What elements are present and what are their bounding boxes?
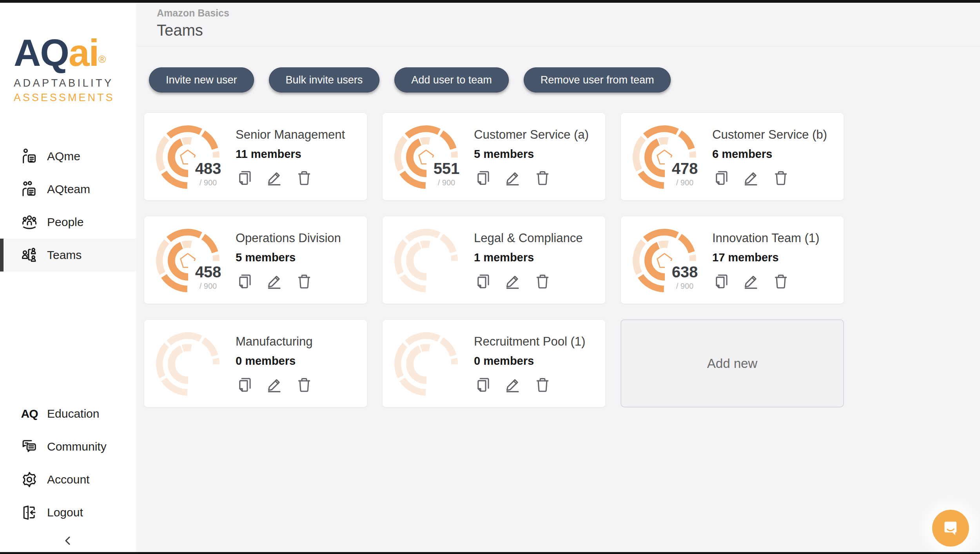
team-name: Customer Service (a): [474, 128, 599, 142]
page-title: Teams: [157, 22, 203, 39]
team-score-gauge: 638 / 900: [633, 229, 696, 292]
duplicate-team-button[interactable]: [236, 169, 254, 187]
team-card-actions: [474, 272, 599, 290]
people-group-icon: [20, 213, 38, 231]
team-name: Senior Management: [236, 128, 361, 142]
team-member-count: 0 members: [236, 355, 361, 368]
team-member-count: 1 members: [474, 251, 599, 264]
team-card[interactable]: 551 / 900 Customer Service (a) 5 members: [382, 112, 606, 201]
delete-team-button[interactable]: [772, 272, 790, 290]
delete-team-button[interactable]: [534, 169, 552, 187]
bulk-invite-users-button[interactable]: Bulk invite users: [269, 67, 380, 92]
add-new-card[interactable]: Add new: [621, 319, 844, 407]
edit-team-button[interactable]: [504, 169, 522, 187]
team-score-max: / 900: [200, 178, 217, 187]
team-card-actions: [236, 169, 361, 187]
team-card[interactable]: 483 / 900 Senior Management 11 members: [144, 112, 367, 201]
duplicate-team-button[interactable]: [474, 169, 492, 187]
duplicate-team-button[interactable]: [236, 272, 254, 290]
team-member-count: 6 members: [712, 148, 838, 161]
team-score-box: [426, 261, 466, 294]
team-score-max: / 900: [200, 282, 217, 291]
trash-icon: [295, 169, 313, 187]
team-score-gauge: 551 / 900: [394, 125, 458, 189]
teams-grid: 483 / 900 Senior Management 11 members: [144, 112, 844, 407]
chat-launcher-button[interactable]: [932, 510, 969, 547]
team-card[interactable]: Legal & Compliance 1 members: [382, 216, 606, 304]
team-member-count: 5 members: [474, 148, 599, 161]
bottom-black-bar: [0, 552, 980, 554]
sidebar-item-logout[interactable]: Logout: [0, 496, 136, 529]
sidebar-item-aqme[interactable]: AQme: [0, 140, 136, 173]
team-score-box: 483 / 900: [188, 158, 228, 190]
sidebar-item-label: People: [47, 215, 83, 229]
delete-team-button[interactable]: [295, 272, 313, 290]
sidebar-item-community[interactable]: Community: [0, 430, 136, 463]
team-score-box: 638 / 900: [665, 261, 705, 294]
edit-team-button[interactable]: [265, 272, 283, 290]
edit-team-button[interactable]: [265, 169, 283, 187]
duplicate-team-button[interactable]: [712, 272, 730, 290]
edit-icon: [742, 272, 760, 290]
delete-team-button[interactable]: [295, 169, 313, 187]
copy-icon: [236, 272, 254, 290]
remove-user-from-team-button[interactable]: Remove user from team: [524, 67, 671, 92]
people-report-icon: [20, 180, 38, 198]
team-score-box: [188, 364, 228, 397]
toolbar: Invite new user Bulk invite users Add us…: [149, 67, 671, 92]
sidebar-item-people[interactable]: People: [0, 206, 136, 239]
duplicate-team-button[interactable]: [474, 376, 492, 394]
duplicate-team-button[interactable]: [712, 169, 730, 187]
add-user-to-team-button[interactable]: Add user to team: [394, 67, 509, 92]
team-card-actions: [474, 169, 599, 187]
trash-icon: [772, 272, 790, 290]
sidebar-item-aqteam[interactable]: AQteam: [0, 173, 136, 206]
edit-team-button[interactable]: [265, 376, 283, 394]
collapse-sidebar-button[interactable]: [0, 534, 136, 549]
sidebar-item-account[interactable]: Account: [0, 463, 136, 496]
logo-ai-text: ai: [69, 32, 98, 74]
aq-logo-icon: AQ: [20, 405, 38, 423]
sidebar-item-label: AQme: [47, 150, 80, 163]
copy-icon: [474, 272, 492, 290]
team-score-max: / 900: [676, 178, 693, 187]
team-score-gauge: 478 / 900: [633, 125, 696, 189]
team-card-actions: [236, 376, 361, 394]
invite-new-user-button[interactable]: Invite new user: [149, 67, 254, 92]
team-card[interactable]: Manufacturing 0 members: [144, 319, 367, 407]
chat-bubbles-icon: [20, 438, 38, 456]
team-card[interactable]: Recruitment Pool (1) 0 members: [382, 319, 606, 407]
team-score-gauge: [156, 332, 220, 396]
sidebar: AQai® ADAPTABILITY ASSESSMENTS AQme AQte…: [0, 3, 136, 552]
edit-team-button[interactable]: [742, 169, 760, 187]
team-score-max: / 900: [676, 282, 693, 291]
team-card[interactable]: 478 / 900 Customer Service (b) 6 members: [621, 112, 844, 201]
team-card[interactable]: 638 / 900 Innovation Team (1) 17 members: [621, 216, 844, 304]
team-name: Innovation Team (1): [712, 231, 838, 245]
edit-icon: [742, 169, 760, 187]
sidebar-item-label: Logout: [47, 506, 83, 519]
duplicate-team-button[interactable]: [474, 272, 492, 290]
team-card[interactable]: 458 / 900 Operations Division 5 members: [144, 216, 367, 304]
sidebar-item-education[interactable]: AQ Education: [0, 397, 136, 430]
team-member-count: 11 members: [236, 148, 361, 161]
delete-team-button[interactable]: [534, 376, 552, 394]
edit-team-button[interactable]: [742, 272, 760, 290]
delete-team-button[interactable]: [772, 169, 790, 187]
team-member-count: 0 members: [474, 355, 599, 368]
brand-logo-wordmark: AQai®: [14, 34, 127, 72]
team-name: Recruitment Pool (1): [474, 335, 599, 349]
delete-team-button[interactable]: [534, 272, 552, 290]
trash-icon: [534, 169, 552, 187]
team-score-gauge: [394, 229, 458, 292]
edit-team-button[interactable]: [504, 272, 522, 290]
team-score-value: 483: [195, 161, 221, 176]
duplicate-team-button[interactable]: [236, 376, 254, 394]
edit-team-button[interactable]: [504, 376, 522, 394]
sidebar-item-teams[interactable]: Teams: [0, 239, 136, 272]
sidebar-item-label: Account: [47, 473, 89, 486]
delete-team-button[interactable]: [295, 376, 313, 394]
content-header: Amazon Basics Teams: [136, 3, 980, 46]
team-score-gauge: 483 / 900: [156, 125, 220, 189]
team-name: Customer Service (b): [712, 128, 838, 142]
